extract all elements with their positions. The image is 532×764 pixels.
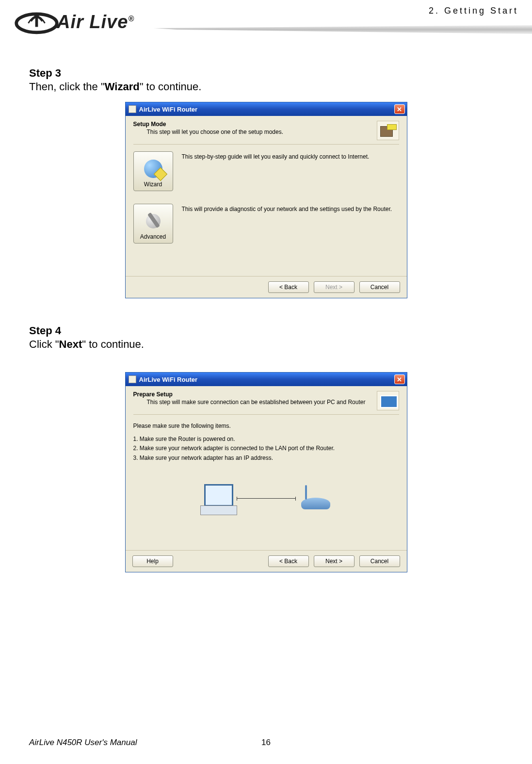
window-title: AirLive WiFi Router <box>139 376 198 383</box>
header-stripe <box>154 25 532 34</box>
button-bar: Help < Back Next > Cancel <box>126 550 407 572</box>
step3-heading: Step 3 <box>29 67 503 80</box>
titlebar[interactable]: AirLive WiFi Router ✕ <box>126 102 407 116</box>
button-bar: < Back Next > Cancel <box>126 276 407 298</box>
help-button[interactable]: Help <box>132 555 173 567</box>
advanced-icon <box>143 211 163 231</box>
section-subtitle: This step will make sure connection can … <box>147 399 366 406</box>
checklist: Please make sure the following items. 1.… <box>133 422 399 463</box>
advanced-button[interactable]: Advanced <box>133 204 173 244</box>
back-button[interactable]: < Back <box>268 281 309 293</box>
connection-line-icon <box>237 498 295 499</box>
divider <box>133 414 399 415</box>
back-button[interactable]: < Back <box>268 555 309 567</box>
app-icon <box>129 375 136 383</box>
chapter-heading: 2. Getting Start <box>429 6 518 16</box>
wizard-button[interactable]: Wizard <box>133 151 173 191</box>
logo-text: Air Live® <box>57 12 134 33</box>
app-icon <box>129 105 136 113</box>
setup-mode-dialog: AirLive WiFi Router ✕ Setup Mode This st… <box>125 102 407 298</box>
section-title: Prepare Setup <box>133 391 366 398</box>
cancel-button[interactable]: Cancel <box>359 281 400 293</box>
checklist-item: 3. Make sure your network adapter has an… <box>133 454 399 463</box>
advanced-description: This will provide a diagnostic of your n… <box>182 204 399 244</box>
close-icon: ✕ <box>397 106 402 113</box>
checklist-item: 2. Make sure your network adapter is con… <box>133 444 399 453</box>
connection-diagram <box>133 482 399 515</box>
page-header: Air Live® 2. Getting Start <box>0 0 532 53</box>
next-button: Next > <box>314 281 355 293</box>
step4-description: Click "Next" to continue. <box>29 338 503 351</box>
prepare-icon <box>377 391 399 410</box>
titlebar[interactable]: AirLive WiFi Router ✕ <box>126 373 407 386</box>
computer-icon <box>199 482 237 515</box>
wizard-description: This step-by-step guide will let you eas… <box>182 151 399 191</box>
section-subtitle: This step will let you choose one of the… <box>147 129 284 135</box>
cancel-button[interactable]: Cancel <box>359 555 400 567</box>
close-button[interactable]: ✕ <box>394 374 405 384</box>
window-title: AirLive WiFi Router <box>139 106 198 113</box>
checklist-item: 1. Make sure the Router is powered on. <box>133 435 399 444</box>
next-button[interactable]: Next > <box>314 555 355 567</box>
close-button[interactable]: ✕ <box>394 104 405 114</box>
page-content: Step 3 Then, click the "Wizard" to conti… <box>0 53 532 572</box>
step3-description: Then, click the "Wizard" to continue. <box>29 81 503 93</box>
checklist-intro: Please make sure the following items. <box>133 422 399 431</box>
logo: Air Live® <box>14 5 134 39</box>
logo-swoosh-icon <box>14 5 60 39</box>
page-footer: AirLive N450R User's Manual 16 <box>0 738 532 748</box>
page-number: 16 <box>261 738 271 748</box>
setup-icon <box>377 121 399 140</box>
router-icon <box>295 482 333 515</box>
step4-heading: Step 4 <box>29 325 503 337</box>
prepare-setup-dialog: AirLive WiFi Router ✕ Prepare Setup This… <box>125 372 407 572</box>
close-icon: ✕ <box>397 376 402 383</box>
wizard-icon <box>143 159 163 179</box>
section-title: Setup Mode <box>133 121 284 128</box>
footer-manual-name: AirLive N450R User's Manual <box>29 738 137 748</box>
divider <box>133 144 399 145</box>
